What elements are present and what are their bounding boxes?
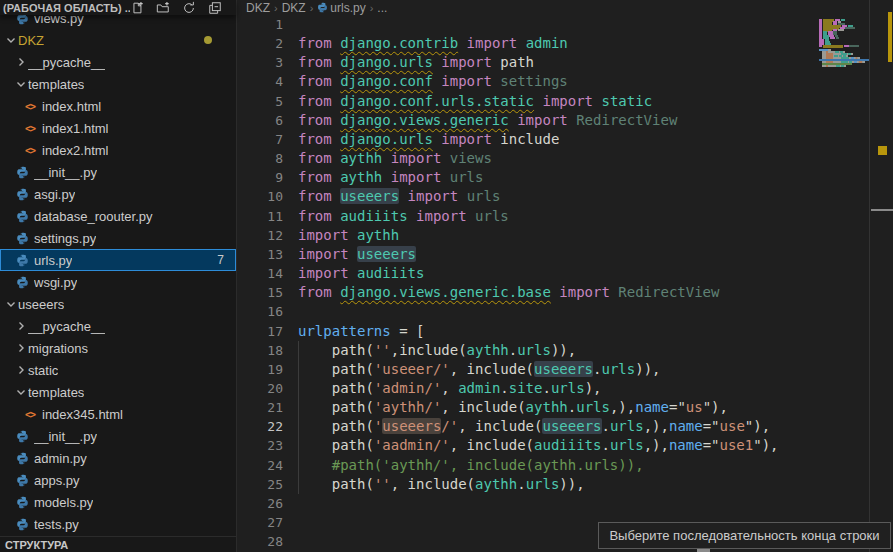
html-file-icon: <> [22, 143, 38, 157]
code-area[interactable]: from django.contrib import adminfrom dja… [298, 15, 779, 551]
line-number-14[interactable]: 14 [238, 264, 292, 283]
breadcrumb-item-...[interactable]: ... [377, 1, 387, 15]
line-number-28[interactable]: 28 [238, 532, 292, 551]
code-line-20[interactable]: path('admin/', admin.site.urls), [298, 379, 779, 398]
tree-item-apps.py[interactable]: apps.py [0, 469, 236, 491]
code-line-4[interactable]: from django.conf import settings [298, 72, 779, 91]
tree-item-templates[interactable]: templates [0, 73, 236, 95]
breadcrumb-item-DKZ[interactable]: DKZ [246, 1, 270, 15]
breadcrumb-item-DKZ[interactable]: DKZ [282, 1, 306, 15]
line-number-2[interactable]: 2 [238, 34, 292, 53]
outline-section-header[interactable]: СТРУКТУРА [0, 536, 236, 552]
code-line-16[interactable] [298, 302, 779, 321]
code-line-3[interactable]: from django.urls import path [298, 53, 779, 72]
line-number-26[interactable]: 26 [238, 494, 292, 513]
html-file-icon: <> [22, 99, 38, 113]
code-line-12[interactable]: import aythh [298, 226, 779, 245]
tree-item-index.html[interactable]: <>index.html [0, 95, 236, 117]
code-line-13[interactable]: import useeers [298, 245, 779, 264]
tree-item-index345.html[interactable]: <>index345.html [0, 403, 236, 425]
tree-item-DKZ[interactable]: DKZ [0, 29, 236, 51]
python-file-icon [14, 253, 30, 267]
line-number-12[interactable]: 12 [238, 226, 292, 245]
tree-item-admin.py[interactable]: admin.py [0, 447, 236, 469]
new-file-icon[interactable] [130, 1, 144, 15]
tree-item-label: __init__.py [34, 429, 97, 444]
tree-item-settings.py[interactable]: settings.py [0, 227, 236, 249]
explorer-section-header[interactable]: (РАБОЧАЯ ОБЛАСТЬ) ... [0, 0, 236, 15]
tree-item-tests.py[interactable]: tests.py [0, 513, 236, 535]
tree-item-migrations[interactable]: migrations [0, 337, 236, 359]
line-number-21[interactable]: 21 [238, 398, 292, 417]
code-line-2[interactable]: from django.contrib import admin [298, 34, 779, 53]
tree-item-static[interactable]: static [0, 359, 236, 381]
code-line-17[interactable]: urlpatterns = [ [298, 322, 779, 341]
line-number-4[interactable]: 4 [238, 72, 292, 91]
code-line-11[interactable]: from audiiits import urls [298, 207, 779, 226]
line-number-13[interactable]: 13 [238, 245, 292, 264]
line-number-17[interactable]: 17 [238, 322, 292, 341]
code-line-18[interactable]: path('',include(aythh.urls)), [298, 341, 779, 360]
new-folder-icon[interactable] [156, 1, 170, 15]
line-number-5[interactable]: 5 [238, 92, 292, 111]
code-line-25[interactable]: path('', include(aythh.urls)), [298, 475, 779, 494]
breadcrumb-item-urls.py[interactable]: urls.py [317, 1, 365, 15]
line-number-3[interactable]: 3 [238, 53, 292, 72]
line-number-15[interactable]: 15 [238, 283, 292, 302]
code-line-5[interactable]: from django.conf.urls.static import stat… [298, 92, 779, 111]
tree-item-useeers[interactable]: useeers [0, 293, 236, 315]
tree-item-wsgi.py[interactable]: wsgi.py [0, 271, 236, 293]
chevron-right-icon [14, 319, 28, 333]
tree-item-models.py[interactable]: models.py [0, 491, 236, 513]
line-number-16[interactable]: 16 [238, 302, 292, 321]
tree-item-index1.html[interactable]: <>index1.html [0, 117, 236, 139]
code-line-1[interactable] [298, 15, 779, 34]
code-line-9[interactable]: from aythh import urls [298, 168, 779, 187]
code-line-22[interactable]: path('useeers/', include(useeers.urls,),… [298, 417, 779, 436]
minimap[interactable] [819, 0, 869, 552]
tree-item-label: index345.html [42, 407, 123, 422]
line-number-1[interactable]: 1 [238, 15, 292, 34]
code-line-7[interactable]: from django.urls import include [298, 130, 779, 149]
code-line-23[interactable]: path('aadmin/', include(audiiits.urls,),… [298, 436, 779, 455]
tree-item-label: DKZ [18, 33, 44, 48]
tree-item-__init__.py[interactable]: __init__.py [0, 161, 236, 183]
code-line-10[interactable]: from useeers import urls [298, 187, 779, 206]
line-number-24[interactable]: 24 [238, 456, 292, 475]
tree-item-label: __pycache__ [28, 319, 105, 334]
line-number-9[interactable]: 9 [238, 168, 292, 187]
refresh-icon[interactable] [182, 1, 196, 15]
tree-item-index2.html[interactable]: <>index2.html [0, 139, 236, 161]
code-line-24[interactable]: #path('aythh/', include(aythh.urls)), [298, 456, 779, 475]
tree-item-label: apps.py [34, 473, 80, 488]
code-line-21[interactable]: path('aythh/', include(aythh.urls,),name… [298, 398, 779, 417]
tree-item-asgi.py[interactable]: asgi.py [0, 183, 236, 205]
tree-item-urls.py[interactable]: urls.py7 [0, 249, 236, 271]
code-line-8[interactable]: from aythh import views [298, 149, 779, 168]
line-number-22[interactable]: 22 [238, 417, 292, 436]
line-number-19[interactable]: 19 [238, 360, 292, 379]
code-line-14[interactable]: import audiiits [298, 264, 779, 283]
tree-item-templates[interactable]: templates [0, 381, 236, 403]
python-file-icon [14, 473, 30, 487]
line-number-7[interactable]: 7 [238, 130, 292, 149]
tree-item-database_roouter.py[interactable]: database_roouter.py [0, 205, 236, 227]
code-line-26[interactable] [298, 494, 779, 513]
line-number-27[interactable]: 27 [238, 513, 292, 532]
line-number-8[interactable]: 8 [238, 149, 292, 168]
line-number-18[interactable]: 18 [238, 341, 292, 360]
tree-item-__pycache__[interactable]: __pycache__ [0, 51, 236, 73]
overview-ruler[interactable] [869, 0, 893, 552]
code-line-19[interactable]: path('useeer/', include(useeers.urls)), [298, 360, 779, 379]
code-line-15[interactable]: from django.views.generic.base import Re… [298, 283, 779, 302]
line-number-23[interactable]: 23 [238, 436, 292, 455]
line-number-11[interactable]: 11 [238, 207, 292, 226]
line-number-20[interactable]: 20 [238, 379, 292, 398]
tree-item-__pycache__[interactable]: __pycache__ [0, 315, 236, 337]
line-number-10[interactable]: 10 [238, 187, 292, 206]
collapse-all-icon[interactable] [208, 1, 222, 15]
line-number-25[interactable]: 25 [238, 475, 292, 494]
line-number-6[interactable]: 6 [238, 111, 292, 130]
tree-item-__init__.py[interactable]: __init__.py [0, 425, 236, 447]
code-line-6[interactable]: from django.views.generic import Redirec… [298, 111, 779, 130]
